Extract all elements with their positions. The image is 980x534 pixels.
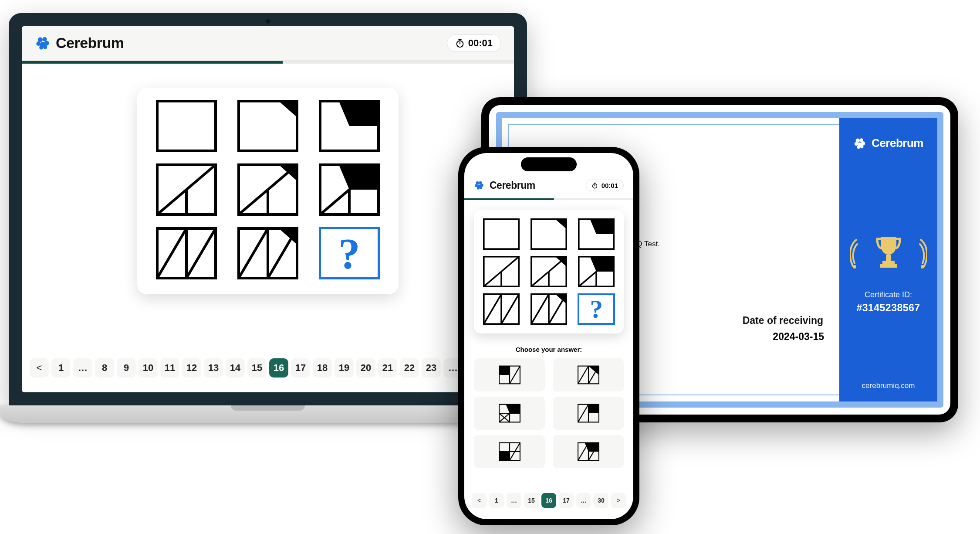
pager-page-14[interactable]: 14	[226, 358, 245, 378]
pager-prev-button[interactable]: <	[30, 358, 49, 378]
svg-point-41	[861, 141, 865, 145]
svg-marker-86	[499, 366, 510, 375]
svg-line-21	[268, 165, 297, 190]
svg-rect-47	[880, 264, 897, 268]
svg-line-20	[239, 190, 268, 214]
pager-page-17[interactable]: 17	[559, 493, 574, 508]
svg-marker-10	[279, 101, 297, 117]
svg-marker-95	[506, 405, 520, 413]
svg-rect-57	[483, 219, 518, 249]
svg-line-16	[186, 165, 216, 190]
svg-point-55	[480, 187, 482, 189]
pagination: <1…891011121314151617181920212223…30>	[22, 347, 514, 392]
pager-next-button[interactable]: >	[611, 493, 626, 508]
pager-prev-button[interactable]: <	[472, 493, 487, 508]
svg-point-54	[477, 187, 480, 190]
pager-page-11[interactable]: 11	[160, 358, 179, 378]
svg-line-84	[549, 294, 566, 324]
answer-option-3[interactable]	[474, 397, 545, 430]
pager-page-18[interactable]: 18	[313, 358, 332, 378]
pager-page-22[interactable]: 22	[400, 358, 419, 378]
svg-line-112	[578, 443, 588, 461]
laptop-base	[0, 405, 536, 423]
progress-bar	[22, 61, 514, 64]
svg-line-30	[186, 228, 216, 278]
svg-point-6	[43, 45, 47, 49]
certificate-site: cerebrumiq.com	[862, 381, 915, 390]
pager-page-16[interactable]: 16	[541, 493, 556, 508]
phone-device: Cerebrum 00:01	[458, 147, 639, 525]
stopwatch-icon	[591, 182, 598, 189]
timer-value: 00:01	[468, 37, 493, 49]
trophy-icon	[850, 233, 927, 272]
brand-name: Cerebrum	[56, 34, 124, 51]
svg-line-65	[501, 257, 519, 272]
puzzle-cell-1-3	[578, 218, 615, 250]
puzzle-cell-1-2	[530, 218, 568, 250]
puzzle-cell-2-2	[530, 256, 568, 287]
pager-page-15[interactable]: 15	[524, 493, 539, 508]
pager-page-23[interactable]: 23	[422, 358, 441, 378]
svg-line-83	[531, 294, 549, 324]
pager-ellipsis: …	[73, 358, 92, 378]
svg-line-88	[510, 366, 520, 384]
svg-marker-90	[588, 366, 599, 375]
svg-point-43	[860, 145, 864, 148]
puzzle-cell-3-2	[237, 227, 298, 279]
puzzle-cell-2-3	[578, 256, 615, 287]
puzzle-cell-2-1	[483, 256, 520, 287]
pager-ellipsis: …	[576, 493, 591, 508]
svg-marker-12	[339, 101, 378, 126]
pager-page-20[interactable]: 20	[356, 358, 375, 378]
answer-option-2[interactable]	[553, 358, 624, 391]
certificate-id-label: Certificate ID:	[865, 290, 912, 299]
pager-page-10[interactable]: 10	[139, 358, 158, 378]
svg-line-70	[549, 257, 566, 272]
choose-label: Choose your answer:	[464, 346, 633, 353]
svg-line-103	[578, 405, 588, 422]
answer-option-6[interactable]	[553, 435, 624, 468]
puzzle-cell-3-3-unknown: ?	[578, 293, 615, 325]
pager-page-1[interactable]: 1	[489, 493, 504, 508]
pager-page-9[interactable]: 9	[117, 358, 136, 378]
svg-marker-59	[555, 219, 566, 229]
camera-icon	[266, 19, 270, 24]
answer-option-5[interactable]	[474, 435, 545, 468]
puzzle-cell-2-1	[156, 163, 217, 216]
brain-icon	[853, 137, 866, 150]
pager-page-8[interactable]: 8	[95, 358, 114, 378]
timer: 00:01	[586, 180, 624, 191]
puzzle-grid: ?	[155, 100, 381, 279]
pager-page-13[interactable]: 13	[204, 358, 223, 378]
pager-page-21[interactable]: 21	[378, 358, 397, 378]
svg-marker-101	[588, 405, 599, 413]
puzzle-cell-1-3	[319, 100, 380, 152]
pager-page-16[interactable]: 16	[269, 358, 288, 378]
laptop-screen: Cerebrum 00:01	[22, 26, 514, 392]
question-mark-icon: ?	[590, 294, 603, 324]
brand-logo: Cerebrum	[474, 180, 535, 191]
certificate-sidebar: Cerebrum Certificate ID: #3145238567 cer…	[839, 118, 937, 401]
svg-line-78	[483, 294, 501, 324]
phone-notch	[521, 157, 577, 171]
answer-option-1[interactable]	[474, 358, 545, 391]
svg-line-25	[320, 190, 349, 214]
brand-name: Cerebrum	[490, 180, 535, 191]
pager-page-17[interactable]: 17	[291, 358, 310, 378]
svg-point-4	[44, 41, 49, 45]
laptop-bezel: Cerebrum 00:01	[9, 13, 527, 405]
pager-page-1[interactable]: 1	[51, 358, 71, 378]
puzzle-cell-2-3	[319, 163, 380, 216]
stopwatch-icon	[455, 38, 465, 48]
phone-screen: Cerebrum 00:01	[464, 153, 633, 519]
pager-page-12[interactable]: 12	[182, 358, 201, 378]
app-header: Cerebrum 00:01	[22, 26, 514, 61]
brain-icon	[35, 35, 51, 51]
question-mark-icon: ?	[338, 228, 360, 279]
puzzle-cell-3-1	[483, 293, 520, 325]
pager-page-19[interactable]: 19	[335, 358, 354, 378]
pager-page-30[interactable]: 30	[594, 493, 608, 508]
answer-option-4[interactable]	[553, 397, 624, 430]
pager-page-15[interactable]: 15	[247, 358, 267, 378]
pager-ellipsis: …	[507, 493, 521, 508]
